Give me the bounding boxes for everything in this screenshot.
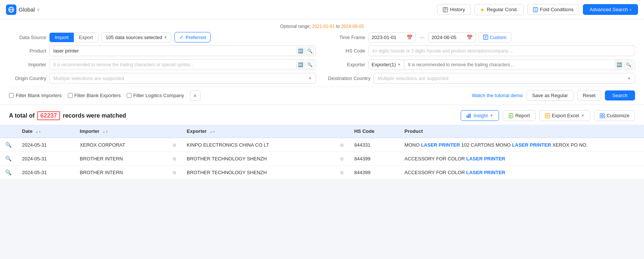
results-bar: A total of 62237 records were matched In… xyxy=(0,105,644,125)
row-hscode: 844399 xyxy=(349,166,399,179)
exporter-input[interactable] xyxy=(404,60,615,70)
filter-logistics-company[interactable]: Filter Logitics Company xyxy=(127,93,184,98)
copy-icon[interactable]: ⧉ xyxy=(173,156,176,162)
origin-country-select[interactable]: Multiple selections are supported ▼ xyxy=(49,73,316,84)
product-text: MONO xyxy=(404,142,421,148)
timeframe-end-input[interactable]: 📅 xyxy=(428,32,476,42)
save-regular-button[interactable]: Save as Regular xyxy=(527,90,574,101)
filter-blank-exporters-checkbox[interactable] xyxy=(68,93,73,98)
insight-chevron-icon: ▼ xyxy=(490,113,493,118)
row-date: 2024-05-31 xyxy=(17,166,75,179)
exporter-input-group: Exporter(1) ▼ 🔤 🔍 xyxy=(368,60,635,70)
chevron-down-icon: ∨ xyxy=(37,7,40,12)
date-end-field[interactable] xyxy=(432,35,465,40)
exporter-search-icon[interactable]: 🔍 xyxy=(624,61,632,69)
row-search-icon[interactable]: 🔍 xyxy=(5,169,12,175)
customize-button[interactable]: Customize xyxy=(594,110,635,121)
exporter-label: Exporter xyxy=(328,62,365,67)
col-importer[interactable]: Importer ▲▼ xyxy=(75,125,166,138)
row-importer: BROTHER INTERN xyxy=(75,166,166,179)
filters-actions: Watch the tutorial demo Save as Regular … xyxy=(472,90,635,101)
importer-row: Importer 🔤 🔍 xyxy=(9,59,316,70)
destination-country-select[interactable]: Multiple selections are supported ▼ xyxy=(373,73,635,84)
importer-input[interactable] xyxy=(49,59,316,70)
global-selector[interactable]: Global ∨ xyxy=(6,4,40,15)
table-body: 🔍2024-05-31XEROX CORPORAT⧉KINPO ELECTRON… xyxy=(0,138,644,179)
importer-sort-icon[interactable]: ▲▼ xyxy=(102,130,108,134)
product-text: 102 CARTONS MONO xyxy=(460,142,512,148)
filter-blank-importers-checkbox[interactable] xyxy=(9,93,14,98)
data-source-row: Data Source Import Export 105 data sourc… xyxy=(9,32,316,42)
import-tab[interactable]: Import xyxy=(50,33,74,42)
advanced-search-button[interactable]: Advanced Search › xyxy=(583,4,638,15)
export-excel-button[interactable]: Export Excel ▼ xyxy=(539,110,590,121)
timeframe-start-input[interactable]: 📅 xyxy=(368,32,416,42)
results-table-wrap: Date ▲▼ Importer ▲▼ Exporter ▲▼ HS Code … xyxy=(0,125,644,179)
filter-blank-importers[interactable]: Filter Blank Importers xyxy=(9,93,62,98)
report-button[interactable]: Report xyxy=(503,110,536,121)
copy-icon[interactable]: ⧉ xyxy=(173,170,176,175)
product-text: ACCESSORY FOR COLOR xyxy=(404,170,466,175)
col-product: Product xyxy=(399,125,644,138)
row-importer-copy: ⧉ xyxy=(166,152,181,166)
svg-rect-25 xyxy=(600,113,602,115)
exporter-chevron-icon: ▼ xyxy=(397,63,401,67)
table-row: 🔍2024-05-31BROTHER INTERN⧉BROTHER TECHNO… xyxy=(0,166,644,179)
exporter-copy-icon[interactable]: ⧉ xyxy=(340,143,344,148)
col-exporter[interactable]: Exporter ▲▼ xyxy=(181,125,334,138)
row-search-icon[interactable]: 🔍 xyxy=(5,156,12,162)
exporter-translate-icon[interactable]: 🔤 xyxy=(615,61,623,69)
product-text: ACCESSORY FOR COLOR xyxy=(404,156,466,162)
row-importer: BROTHER INTERN xyxy=(75,152,166,166)
custom-button[interactable]: Custom xyxy=(478,32,511,42)
date-start-field[interactable] xyxy=(372,35,405,40)
form-grid: Data Source Import Export 105 data sourc… xyxy=(9,32,635,84)
product-input[interactable] xyxy=(49,45,316,56)
row-importer: XEROX CORPORAT xyxy=(75,138,166,152)
translate-icon[interactable]: 🔤 xyxy=(296,47,304,55)
preferred-button[interactable]: ✓ Preferred xyxy=(174,32,211,42)
row-importer-copy: ⧉ xyxy=(166,166,181,179)
fold-icon xyxy=(533,7,538,12)
destination-chevron-icon: ▼ xyxy=(627,76,631,80)
row-exporter-copy: ⧉ xyxy=(334,138,349,152)
datasource-select[interactable]: 105 data sources selected ▼ xyxy=(101,32,171,42)
col-date[interactable]: Date ▲▼ xyxy=(17,125,75,138)
results-summary: A total of 62237 records were matched xyxy=(9,111,126,120)
row-search-icon[interactable]: 🔍 xyxy=(5,142,12,148)
collapse-button[interactable]: ∧ xyxy=(190,90,201,101)
search-button[interactable]: Search xyxy=(605,90,635,100)
filter-blank-exporters[interactable]: Filter Blank Exporters xyxy=(68,93,121,98)
row-hscode: 844399 xyxy=(349,152,399,166)
exporter-copy-icon[interactable]: ⧉ xyxy=(340,170,344,175)
fold-conditions-button[interactable]: Fold Conditions xyxy=(527,4,579,15)
exporter-copy-icon[interactable]: ⧉ xyxy=(340,156,344,162)
top-bar-actions: History ★ Regular Cond. Fold Conditions … xyxy=(437,4,638,15)
importer-input-wrap: 🔤 🔍 xyxy=(49,59,316,70)
date-sort-icon[interactable]: ▲▼ xyxy=(35,130,41,134)
history-button[interactable]: History xyxy=(437,4,470,15)
product-icons: 🔤 🔍 xyxy=(296,47,314,55)
svg-rect-16 xyxy=(470,113,471,118)
insight-button[interactable]: Insight ▼ xyxy=(461,110,499,121)
global-icon xyxy=(6,4,16,15)
hscode-input[interactable] xyxy=(368,45,635,56)
regular-condition-button[interactable]: ★ Regular Cond. xyxy=(474,4,524,15)
export-tab[interactable]: Export xyxy=(74,33,98,42)
highlight-text: LASER PRINTER xyxy=(466,170,505,175)
copy-icon[interactable]: ⧉ xyxy=(173,143,176,148)
reset-button[interactable]: Reset xyxy=(577,90,601,101)
importer-search-icon[interactable]: 🔍 xyxy=(306,61,314,69)
importer-translate-icon[interactable]: 🔤 xyxy=(296,61,304,69)
exporter-sort-icon[interactable]: ▲▼ xyxy=(209,130,215,134)
tutorial-link[interactable]: Watch the tutorial demo xyxy=(472,93,523,98)
highlight-text: LASER PRINTER xyxy=(512,142,551,148)
highlight-text: LASER PRINTER xyxy=(466,156,505,162)
filter-logistics-checkbox[interactable] xyxy=(127,93,132,98)
exporter-type-select[interactable]: Exporter(1) ▼ xyxy=(369,60,404,69)
search-icon[interactable]: 🔍 xyxy=(306,47,314,55)
col-exporter-copy xyxy=(334,125,349,138)
row-exporter: BROTHER TECHNOLOGY SHENZH xyxy=(181,152,334,166)
table-row: 🔍2024-05-31XEROX CORPORAT⧉KINPO ELECTRON… xyxy=(0,138,644,152)
datasource-controls: Import Export 105 data sources selected … xyxy=(49,32,211,42)
